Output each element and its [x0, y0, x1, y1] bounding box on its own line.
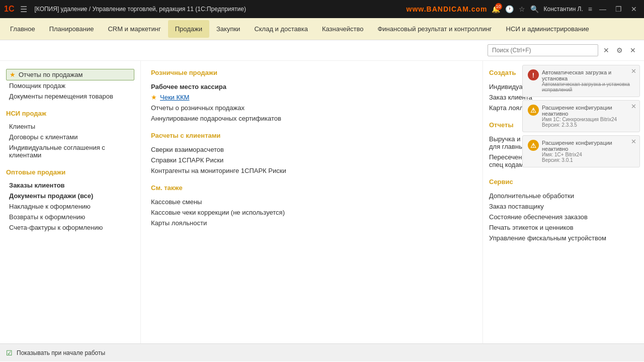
- close-search-button[interactable]: ✕: [628, 45, 638, 55]
- nav-individual-agreements[interactable]: Индивидуальные соглашения с клиентами: [6, 142, 134, 160]
- restore-button[interactable]: ❐: [612, 4, 625, 14]
- clear-search-button[interactable]: ✕: [601, 45, 611, 55]
- favorite-icon[interactable]: ☆: [519, 5, 525, 13]
- titlebar: 1С ☰ [КОПИЯ] удаление / Управление торго…: [0, 0, 644, 18]
- notification-2: ✕ ⚠ Расширение конфигурации неактивно Им…: [522, 100, 640, 132]
- right-panel: Создать Индивидуальное соглашение с клие…: [483, 61, 644, 343]
- link-counterparties-spark[interactable]: Контрагенты на мониторинге 1СПАРК Риски: [151, 165, 472, 176]
- starred-section: ★ Отчеты по продажам Помощник продаж Док…: [6, 69, 134, 102]
- nav-sales-assistant[interactable]: Помощник продаж: [6, 80, 134, 91]
- menu-item-treasury[interactable]: Казначейство: [315, 20, 370, 38]
- left-panel: ★ Отчеты по продажам Помощник продаж Док…: [0, 61, 141, 343]
- notifications-panel: ✕ ! Автоматическая загрузка и установка …: [518, 61, 644, 174]
- bottombar: ☑ Показывать при начале работы: [0, 343, 644, 361]
- searchbar: ✕ ⚙ ✕: [0, 40, 644, 61]
- link-cash-corrections[interactable]: Кассовые чеки коррекции (не используется…: [151, 207, 472, 218]
- see-also-title: См. также: [151, 184, 472, 192]
- nav-returns[interactable]: Возвраты к оформлению: [6, 212, 134, 222]
- link-cashier[interactable]: Рабочее место кассира: [151, 81, 472, 92]
- menubar: ГлавноеПланированиеCRM и маркетингПродаж…: [0, 18, 644, 40]
- nsi-section-header: НСИ продаж: [6, 110, 134, 117]
- wholesale-section-header: Оптовые продажи: [6, 168, 134, 176]
- search-icon[interactable]: 🔍: [530, 5, 539, 13]
- show-on-start-label: Показывать при начале работы: [17, 349, 105, 356]
- notification-1: ✕ ! Автоматическая загрузка и установка …: [522, 65, 640, 97]
- link-loyalty-cards[interactable]: Карты лояльности: [151, 218, 472, 228]
- show-on-start-checkbox[interactable]: ☑: [6, 349, 13, 357]
- nav-move-docs[interactable]: Документы перемещения товаров: [6, 91, 134, 102]
- window-controls: — ❐ ✕: [596, 4, 640, 14]
- menu-item-crm[interactable]: CRM и маркетинг: [101, 20, 168, 38]
- menu-item-planning[interactable]: Планирование: [42, 20, 101, 38]
- nav-invoices[interactable]: Накладные к оформлению: [6, 201, 134, 212]
- notif2-icon: ⚠: [528, 105, 539, 116]
- wholesale-section: Заказы клиентов Документы продажи (все) …: [6, 180, 134, 233]
- notif1-text: Автоматическая загрузка и установка Авто…: [542, 69, 634, 93]
- window-title: [КОПИЯ] удаление / Управление торговлей,…: [34, 6, 402, 13]
- close-button[interactable]: ✕: [628, 4, 640, 14]
- link-checks-kkm[interactable]: Чеки ККМ: [160, 92, 189, 103]
- retail-section-title: Розничные продажи: [151, 69, 472, 76]
- checks-kkm-row: ★ Чеки ККМ: [151, 92, 472, 103]
- nav-vat-invoices[interactable]: Счета-фактуры к оформлению: [6, 222, 134, 233]
- notif3-close[interactable]: ✕: [631, 138, 636, 145]
- service-section-title: Сервис: [489, 178, 630, 186]
- retail-section: Рабочее место кассира ★ Чеки ККМ Отчеты …: [151, 81, 472, 124]
- notif2-text: Расширение конфигурации неактивно Имя 1С…: [542, 105, 634, 128]
- nav-reports-sales[interactable]: ★ Отчеты по продажам: [6, 69, 134, 80]
- menu-item-home[interactable]: Главное: [3, 20, 42, 38]
- nav-sales-docs[interactable]: Документы продажи (все): [6, 191, 134, 201]
- notif3-text: Расширение конфигурации неактивно Имя: 1…: [542, 140, 634, 163]
- titlebar-icons: 🔔 10 🕐 ☆ 🔍 Константин Л. ≡: [492, 5, 593, 13]
- menu-item-warehouse[interactable]: Склад и доставка: [247, 20, 315, 38]
- notif2-close[interactable]: ✕: [631, 103, 636, 110]
- notification-3: ✕ ⚠ Расширение конфигурации неактивно Им…: [522, 135, 640, 167]
- app-logo: 1С: [4, 5, 14, 14]
- link-reconciliation[interactable]: Сверки взаиморасчетов: [151, 144, 472, 155]
- bandicam-logo: www.BANDICAM.com: [407, 5, 488, 13]
- menu-item-purchases[interactable]: Закупки: [209, 20, 247, 38]
- notification-icon[interactable]: 🔔 10: [492, 5, 500, 13]
- link-cash-shifts[interactable]: Кассовые смены: [151, 197, 472, 207]
- history-icon[interactable]: 🕐: [505, 5, 514, 13]
- center-panel: Розничные продажи Рабочее место кассира …: [141, 61, 483, 343]
- star-icon-kkm: ★: [151, 94, 157, 101]
- nav-client-orders[interactable]: Заказы клиентов: [6, 180, 134, 191]
- settings-icon[interactable]: ⚙: [614, 45, 625, 55]
- link-labels[interactable]: Печать этикеток и ценников: [489, 222, 630, 233]
- menu-item-financial[interactable]: Финансовый результат и контроллинг: [370, 20, 499, 38]
- service-section: Дополнительные обработки Заказ поставщик…: [489, 191, 630, 243]
- see-also-section: Кассовые смены Кассовые чеки коррекции (…: [151, 197, 472, 228]
- menu-icon[interactable]: ≡: [588, 5, 592, 13]
- notif1-icon: !: [528, 69, 539, 80]
- link-retail-reports[interactable]: Отчеты о розничных продажах: [151, 103, 472, 113]
- minimize-button[interactable]: —: [596, 4, 609, 14]
- hamburger-icon[interactable]: ☰: [20, 5, 27, 14]
- link-spark-ref[interactable]: Справки 1СПАРК Риски: [151, 155, 472, 165]
- notif3-icon: ⚠: [528, 140, 539, 151]
- link-order-status[interactable]: Состояние обеспечения заказов: [489, 212, 630, 222]
- nav-clients[interactable]: Клиенты: [6, 121, 134, 132]
- nav-contracts[interactable]: Договоры с клиентами: [6, 132, 134, 142]
- main-content: ★ Отчеты по продажам Помощник продаж Док…: [0, 61, 644, 343]
- notif1-close[interactable]: ✕: [631, 67, 636, 75]
- menu-item-nsi[interactable]: НСИ и администрирование: [499, 20, 596, 38]
- username: Константин Л.: [544, 6, 583, 13]
- settlements-section-title: Расчеты с клиентами: [151, 132, 472, 139]
- star-icon: ★: [10, 71, 16, 78]
- link-supplier-order[interactable]: Заказ поставщику: [489, 201, 630, 212]
- link-extra-processing[interactable]: Дополнительные обработки: [489, 191, 630, 201]
- nsi-section: Клиенты Договоры с клиентами Индивидуаль…: [6, 121, 134, 160]
- menu-item-sales[interactable]: Продажи: [168, 20, 209, 38]
- settlements-section: Сверки взаиморасчетов Справки 1СПАРК Рис…: [151, 144, 472, 176]
- link-gift-cancel[interactable]: Аннулирование подарочных сертификатов: [151, 113, 472, 124]
- link-fiscal[interactable]: Управление фискальным устройством: [489, 233, 630, 243]
- search-input[interactable]: [488, 44, 598, 56]
